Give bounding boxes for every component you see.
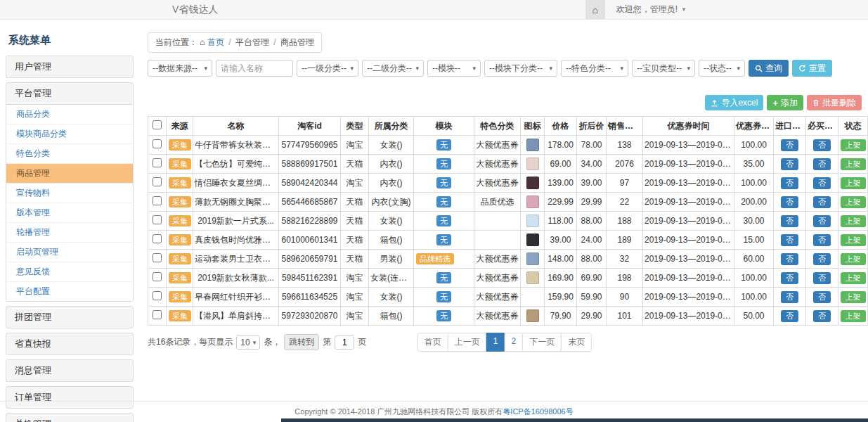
filter-select[interactable]: --二级分类--▾ xyxy=(362,60,424,77)
sidebar-item[interactable]: 用户管理 xyxy=(6,56,134,78)
filter-select[interactable]: --宝贝类型--▾ xyxy=(632,60,695,77)
row-checkbox[interactable] xyxy=(153,234,162,243)
sidebar-subitem[interactable]: 启动页管理 xyxy=(6,243,133,262)
import-select-button-cell: 否 xyxy=(774,174,806,193)
row-checkbox[interactable] xyxy=(153,139,162,148)
status-button[interactable]: 上架 xyxy=(841,272,866,284)
row-checkbox[interactable] xyxy=(153,215,162,224)
import-select-button[interactable]: 否 xyxy=(781,253,798,265)
copyright-text: Copyright © 2014-2018 广州九驰网络科技有限公司 版权所有 xyxy=(294,407,503,416)
import-select-button[interactable]: 否 xyxy=(781,215,798,227)
sidebar-subitem[interactable]: 商品管理 xyxy=(6,164,133,184)
row-checkbox[interactable] xyxy=(153,253,162,262)
status-button[interactable]: 上架 xyxy=(841,158,866,170)
status-button[interactable]: 上架 xyxy=(841,310,866,322)
import-select-button[interactable]: 否 xyxy=(781,291,798,303)
filter-select[interactable]: --特色分类--▾ xyxy=(561,60,628,77)
sidebar-item[interactable]: 拼团管理 xyxy=(6,306,134,328)
import-select-button[interactable]: 否 xyxy=(781,158,798,170)
coupon-amount: 30.00 xyxy=(734,212,774,231)
product-type: 淘宝 xyxy=(341,307,369,326)
must-buy-button[interactable]: 否 xyxy=(813,253,831,265)
add-button[interactable]: + 添加 xyxy=(767,95,803,110)
status-button[interactable]: 上架 xyxy=(841,177,866,189)
icp-link[interactable]: 粤ICP备16098006号 xyxy=(503,407,573,416)
filter-select[interactable]: --模块--▾ xyxy=(427,60,481,77)
module-badge: 无 xyxy=(436,139,451,151)
status-button[interactable]: 上架 xyxy=(841,253,866,265)
row-checkbox[interactable] xyxy=(153,310,162,319)
filter-select[interactable]: --一级分类--▾ xyxy=(297,60,358,77)
import-select-button[interactable]: 否 xyxy=(781,139,798,151)
source-badge: 采集 xyxy=(169,253,191,264)
page-button[interactable]: 下一页 xyxy=(522,333,562,352)
module-badge: 无 xyxy=(436,310,451,321)
row-select-cell xyxy=(148,250,167,269)
jump-page-input[interactable] xyxy=(335,335,354,350)
must-buy-button[interactable]: 否 xyxy=(813,215,831,227)
sidebar-subitem[interactable]: 平台配置 xyxy=(6,282,133,301)
row-checkbox[interactable] xyxy=(153,291,162,300)
import-select-button[interactable]: 否 xyxy=(781,310,798,322)
jump-button[interactable]: 跳转到 xyxy=(284,334,319,350)
row-checkbox[interactable] xyxy=(153,177,162,186)
sidebar-item[interactable]: 订单管理 xyxy=(6,386,134,409)
sidebar-item[interactable]: 平台管理 xyxy=(6,82,134,105)
status-button[interactable]: 上架 xyxy=(841,234,866,246)
user-menu[interactable]: 欢迎您，管理员! ▼ xyxy=(616,4,687,15)
per-page-select[interactable]: 10 ▾ xyxy=(236,335,260,350)
sidebar-subitem[interactable]: 宣传物料 xyxy=(6,184,133,203)
sidebar-item[interactable]: 省直快报 xyxy=(6,333,134,355)
discount-price: 69.90 xyxy=(577,269,607,288)
product-category: 内衣(文胸) xyxy=(369,193,414,212)
row-checkbox[interactable] xyxy=(153,272,162,281)
status-button-cell: 上架 xyxy=(838,307,868,326)
import-select-button[interactable]: 否 xyxy=(781,196,798,208)
sidebar-subitem[interactable]: 模块商品分类 xyxy=(6,124,133,144)
page-button[interactable]: 首页 xyxy=(417,333,448,352)
search-button[interactable]: 查询 xyxy=(749,60,789,77)
must-buy-button[interactable]: 否 xyxy=(813,272,831,284)
page-button[interactable]: 2 xyxy=(505,333,524,352)
sidebar-item[interactable]: 消息管理 xyxy=(6,359,134,382)
home-button[interactable]: ⌂ xyxy=(585,0,605,19)
sidebar-subitem[interactable]: 商品分类 xyxy=(6,105,133,124)
must-buy-button[interactable]: 否 xyxy=(813,158,831,170)
coupon-time: 2019-09-13—2019-09-17 xyxy=(643,288,734,307)
sidebar-subitem[interactable]: 特色分类 xyxy=(6,144,133,164)
taoke-id: 597293020870 xyxy=(279,307,341,326)
page-button[interactable]: 1 xyxy=(486,333,505,352)
page-button[interactable]: 末页 xyxy=(561,333,592,352)
filter-select[interactable]: --模块下分类--▾ xyxy=(484,60,557,77)
import-select-button[interactable]: 否 xyxy=(781,272,798,284)
must-buy-button[interactable]: 否 xyxy=(813,177,831,189)
must-buy-button[interactable]: 否 xyxy=(813,196,831,208)
must-buy-button[interactable]: 否 xyxy=(813,139,831,151)
discount-price: 78.00 xyxy=(577,136,607,155)
status-button[interactable]: 上架 xyxy=(841,291,866,303)
import-excel-button[interactable]: 导入excel xyxy=(705,95,763,110)
sidebar-subitem[interactable]: 轮播管理 xyxy=(6,223,133,243)
thumbnail-cell xyxy=(521,155,545,174)
row-checkbox[interactable] xyxy=(153,158,162,167)
coupon-amount: 100.00 xyxy=(734,136,774,155)
status-button[interactable]: 上架 xyxy=(841,215,866,227)
import-select-button[interactable]: 否 xyxy=(781,177,798,189)
page-button[interactable]: 上一页 xyxy=(448,333,487,352)
must-buy-button[interactable]: 否 xyxy=(813,310,831,322)
select-all-checkbox[interactable] xyxy=(153,120,162,129)
status-button[interactable]: 上架 xyxy=(841,196,866,208)
import-select-button[interactable]: 否 xyxy=(781,234,798,246)
sidebar-subitem[interactable]: 意见反馈 xyxy=(6,262,133,282)
row-checkbox[interactable] xyxy=(153,196,162,205)
reset-button[interactable]: 重置 xyxy=(792,60,832,77)
sidebar-subitem[interactable]: 版本管理 xyxy=(6,203,133,223)
must-buy-button[interactable]: 否 xyxy=(813,291,831,303)
bulk-delete-button[interactable]: 批量删除 xyxy=(807,95,862,110)
filter-select[interactable]: --状态--▾ xyxy=(699,60,745,77)
status-button[interactable]: 上架 xyxy=(841,139,866,151)
filter-select[interactable]: --数据来源--▾ xyxy=(148,60,212,77)
must-buy-button[interactable]: 否 xyxy=(813,234,831,246)
name-search-input[interactable] xyxy=(216,60,293,77)
breadcrumb-home-link[interactable]: 首页 xyxy=(207,37,224,47)
